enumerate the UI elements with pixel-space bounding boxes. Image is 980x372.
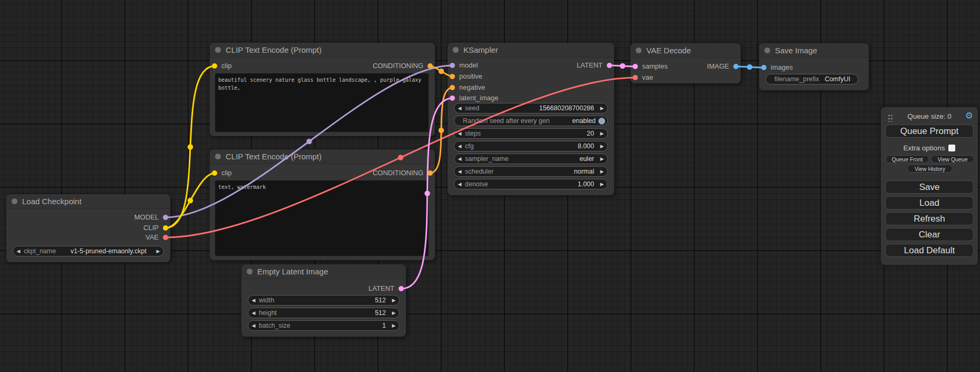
output-slot-clip[interactable]: CLIP xyxy=(143,223,170,233)
next-value-arrow-icon[interactable]: ▶ xyxy=(389,295,399,305)
input-slot-vae[interactable]: vae xyxy=(630,72,653,83)
refresh-button[interactable]: Refresh xyxy=(885,212,974,225)
conditioning-port-icon[interactable] xyxy=(450,85,455,90)
prev-value-arrow-icon[interactable]: ◀ xyxy=(13,246,24,256)
conditioning-port-icon[interactable] xyxy=(428,170,433,176)
width-widget[interactable]: ◀ width 512 ▶ xyxy=(248,295,400,306)
load-button[interactable]: Load xyxy=(885,196,974,209)
next-value-arrow-icon[interactable]: ▶ xyxy=(597,167,607,176)
view-history-button[interactable]: View History xyxy=(907,165,953,173)
node-clip-text-encode-positive[interactable]: CLIP Text Encode (Prompt) clip CONDITION… xyxy=(210,43,435,136)
input-slot-model[interactable]: model xyxy=(448,60,478,71)
next-value-arrow-icon[interactable]: ▶ xyxy=(597,141,607,151)
next-value-arrow-icon[interactable]: ▶ xyxy=(597,129,607,138)
conditioning-port-icon[interactable] xyxy=(450,74,455,79)
next-value-arrow-icon[interactable]: ▶ xyxy=(597,179,607,189)
denoise-widget[interactable]: ◀ denoise 1.000 ▶ xyxy=(454,179,608,189)
node-save-image[interactable]: Save Image images filename_prefix ComfyU… xyxy=(759,43,869,90)
node-empty-latent-image[interactable]: Empty Latent Image LATENT ◀ width 512 ▶ … xyxy=(241,264,406,337)
prev-value-arrow-icon[interactable]: ◀ xyxy=(454,154,465,164)
settings-gear-icon[interactable]: ⚙ xyxy=(965,110,973,121)
random-seed-toggle-widget[interactable]: Random seed after every gen enabled xyxy=(454,116,608,126)
latent-port-icon[interactable] xyxy=(399,286,404,291)
collapse-icon[interactable] xyxy=(12,198,17,204)
queue-panel[interactable]: Queue size: 0 ⚙ Queue Prompt Extra optio… xyxy=(881,107,978,265)
node-graph-canvas[interactable]: Load Checkpoint MODEL CLIP VAE ◀ ckpt_na… xyxy=(0,0,980,372)
prev-value-arrow-icon[interactable]: ◀ xyxy=(248,295,259,305)
positive-prompt-textarea[interactable]: beautiful scenery nature glass bottle la… xyxy=(215,73,429,132)
queue-front-button[interactable]: Queue Front xyxy=(886,155,929,163)
prev-value-arrow-icon[interactable]: ◀ xyxy=(248,308,259,318)
image-port-icon[interactable] xyxy=(761,65,766,70)
node-load-checkpoint[interactable]: Load Checkpoint MODEL CLIP VAE ◀ ckpt_na… xyxy=(6,194,170,262)
node-ksampler[interactable]: KSampler model LATENT positive negative … xyxy=(448,43,614,195)
collapse-icon[interactable] xyxy=(453,47,459,53)
filename-prefix-widget[interactable]: filename_prefix ComfyUI xyxy=(765,74,858,84)
input-slot-negative[interactable]: negative xyxy=(448,82,485,93)
output-slot-vae[interactable]: VAE xyxy=(145,232,170,243)
vae-port-icon[interactable] xyxy=(633,75,638,80)
clear-button[interactable]: Clear xyxy=(885,228,974,241)
prev-value-arrow-icon[interactable]: ◀ xyxy=(248,321,259,330)
view-queue-button[interactable]: View Queue xyxy=(931,155,974,163)
queue-prompt-button[interactable]: Queue Prompt xyxy=(885,125,974,138)
next-value-arrow-icon[interactable]: ▶ xyxy=(597,154,607,164)
clip-port-icon[interactable] xyxy=(212,63,217,69)
collapse-icon[interactable] xyxy=(764,47,770,53)
next-value-arrow-icon[interactable]: ▶ xyxy=(389,308,399,318)
prev-value-arrow-icon[interactable]: ◀ xyxy=(454,179,465,189)
collapse-icon[interactable] xyxy=(215,47,221,53)
node-vae-decode[interactable]: VAE Decode samples IMAGE vae xyxy=(630,43,741,83)
ckpt-name-widget[interactable]: ◀ ckpt_name v1-5-pruned-emaonly.ckpt ▶ xyxy=(13,246,164,256)
collapse-icon[interactable] xyxy=(636,47,642,53)
negative-prompt-textarea[interactable]: text, watermark xyxy=(215,180,429,256)
steps-widget[interactable]: ◀ steps 20 ▶ xyxy=(454,128,608,139)
node-title: Load Checkpoint xyxy=(22,197,82,206)
next-value-arrow-icon[interactable]: ▶ xyxy=(389,321,399,330)
output-slot-latent[interactable]: LATENT xyxy=(368,283,406,294)
output-slot-conditioning[interactable]: CONDITIONING xyxy=(373,168,435,178)
latent-port-icon[interactable] xyxy=(450,96,455,101)
load-default-button[interactable]: Load Default xyxy=(885,244,974,257)
collapse-icon[interactable] xyxy=(247,269,253,274)
latent-port-icon[interactable] xyxy=(633,64,638,69)
input-slot-clip[interactable]: clip xyxy=(210,168,232,178)
save-button[interactable]: Save xyxy=(885,180,974,194)
sampler-name-widget[interactable]: ◀ sampler_name euler ▶ xyxy=(454,154,608,164)
prev-value-arrow-icon[interactable]: ◀ xyxy=(454,167,465,176)
model-port-icon[interactable] xyxy=(163,215,168,220)
node-title-bar: Empty Latent Image xyxy=(241,264,406,279)
latent-port-icon[interactable] xyxy=(607,63,612,68)
input-slot-samples[interactable]: samples xyxy=(630,61,667,72)
output-slot-conditioning[interactable]: CONDITIONING xyxy=(373,61,435,71)
prev-value-arrow-icon[interactable]: ◀ xyxy=(454,103,465,113)
input-slot-latent-image[interactable]: latent_image xyxy=(448,93,498,103)
toggle-on-icon[interactable] xyxy=(598,118,605,125)
next-value-arrow-icon[interactable]: ▶ xyxy=(153,246,163,256)
prev-value-arrow-icon[interactable]: ◀ xyxy=(454,141,465,151)
seed-widget[interactable]: ◀ seed 156680208700286 ▶ xyxy=(454,103,608,113)
height-widget[interactable]: ◀ height 512 ▶ xyxy=(248,308,400,318)
collapse-icon[interactable] xyxy=(215,154,221,159)
prev-value-arrow-icon[interactable]: ◀ xyxy=(454,129,465,138)
cfg-widget[interactable]: ◀ cfg 8.000 ▶ xyxy=(454,141,608,151)
node-title-bar: CLIP Text Encode (Prompt) xyxy=(210,43,435,58)
output-slot-model[interactable]: MODEL xyxy=(134,212,170,223)
conditioning-port-icon[interactable] xyxy=(428,63,433,69)
vae-port-icon[interactable] xyxy=(163,235,168,240)
clip-port-icon[interactable] xyxy=(163,225,168,231)
widget-label: cfg xyxy=(465,142,474,150)
node-clip-text-encode-negative[interactable]: CLIP Text Encode (Prompt) clip CONDITION… xyxy=(210,149,435,260)
image-port-icon[interactable] xyxy=(733,64,739,69)
input-slot-clip[interactable]: clip xyxy=(210,61,232,71)
model-port-icon[interactable] xyxy=(450,63,455,68)
input-slot-images[interactable]: images xyxy=(759,62,793,73)
clip-port-icon[interactable] xyxy=(212,170,217,176)
scheduler-widget[interactable]: ◀ scheduler normal ▶ xyxy=(454,166,608,177)
extra-options-checkbox[interactable] xyxy=(948,145,955,151)
input-slot-positive[interactable]: positive xyxy=(448,71,482,82)
output-slot-image[interactable]: IMAGE xyxy=(707,61,741,72)
next-value-arrow-icon[interactable]: ▶ xyxy=(597,103,607,113)
batch-size-widget[interactable]: ◀ batch_size 1 ▶ xyxy=(248,320,400,331)
output-slot-latent[interactable]: LATENT xyxy=(577,60,614,71)
